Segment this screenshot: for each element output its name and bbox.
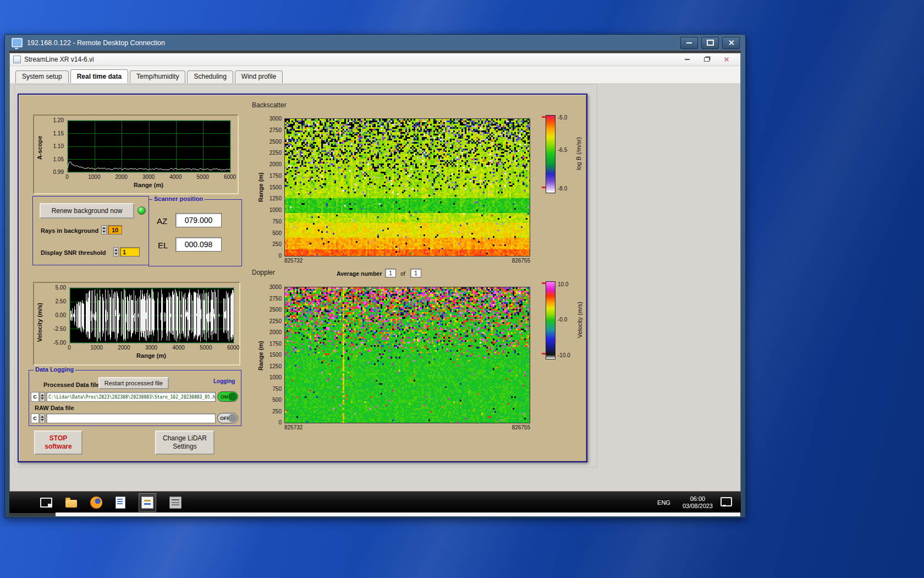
of-label: of (400, 270, 405, 277)
a-scope-y-ticks: 1.201.151.101.050.99 (46, 120, 65, 172)
tab-temp-humidity[interactable]: Temp/humidity (130, 70, 185, 83)
backscatter-y-ticks: 3000275025002250200017501500125010007505… (264, 118, 283, 255)
background-controls-box: Renew background now Rays in background … (32, 196, 149, 265)
task-view-icon[interactable] (40, 498, 52, 508)
rdp-window: 192.168.0.122 - Remote Desktop Connectio… (4, 34, 746, 518)
close-icon (728, 40, 734, 46)
labview-taskbar-icon[interactable] (139, 493, 156, 512)
logging-label: Logging (212, 378, 237, 384)
colorbar-marker (542, 116, 546, 118)
processed-path-drive-button[interactable]: C (31, 392, 39, 402)
velocity-y-ticks: 5.002.500.00-2.50-5.00 (47, 287, 67, 342)
rdp-titlebar[interactable]: 192.168.0.122 - Remote Desktop Connectio… (9, 35, 741, 51)
data-logging-box: Data Logging Processed Data file Restart… (29, 370, 241, 426)
tab-wind-profile[interactable]: Wind profile (235, 70, 283, 83)
taskbar-date: 03/08/2023 (683, 503, 713, 510)
processed-path-stepper[interactable] (40, 392, 45, 402)
processed-logging-state: ON (221, 394, 228, 400)
backscatter-y-axis-label: Range (m) (257, 168, 264, 206)
az-value: 079.000 (175, 213, 222, 227)
tab-bar: System setup Real time data Temp/humidit… (10, 66, 740, 84)
toggle-knob (228, 414, 237, 422)
scan-scheduler-icon[interactable] (169, 497, 182, 509)
raw-path-drive-button[interactable]: C (31, 413, 39, 423)
velocity-plot-area (69, 287, 234, 343)
snr-threshold-value[interactable]: 1 (120, 247, 140, 257)
app-titlebar[interactable]: StreamLine XR v14-6.vi (10, 53, 740, 66)
backscatter-title: Backscatter (252, 101, 287, 109)
app-minimize-button[interactable] (682, 56, 692, 63)
a-scope-plot-area (67, 120, 231, 173)
processed-data-file-label: Processed Data file (43, 381, 100, 388)
a-scope-x-ticks: 0100020003000400050006000 (67, 174, 230, 181)
stop-software-button[interactable]: STOP software (34, 430, 82, 455)
rdp-minimize-button[interactable] (680, 37, 698, 49)
tab-scheduling[interactable]: Scheduling (187, 70, 233, 83)
raw-path-stepper[interactable] (40, 413, 45, 423)
toggle-knob (228, 392, 237, 401)
labview-app-icon (13, 56, 21, 63)
el-label: EL (158, 241, 168, 250)
rays-in-background-label: Rays in background (41, 227, 98, 234)
taskbar-time: 06:00 (683, 495, 713, 503)
tab-system-setup[interactable]: System setup (15, 70, 69, 83)
average-number-value[interactable]: 1 (385, 269, 396, 277)
close-icon (724, 57, 729, 62)
front-panel: A-scope 1.201.151.101.050.99 01000200030… (18, 94, 587, 462)
average-number-label: Average number (337, 270, 382, 277)
raw-logging-toggle[interactable]: OFF (217, 413, 238, 423)
doppler-colorbar-gradient (546, 281, 556, 359)
doppler-colorbar-ticks: 10.0-0.0-10.0 (558, 281, 579, 358)
rdp-maximize-button[interactable] (701, 37, 719, 49)
tab-real-time-data[interactable]: Real time data (70, 69, 128, 83)
app-restore-button[interactable] (702, 56, 712, 63)
change-lidar-settings-button[interactable]: Change LiDAR Settings (155, 430, 215, 455)
restart-processed-file-button[interactable]: Restart processed file (98, 377, 169, 389)
tab-page-real-time-data: A-scope 1.201.151.101.050.99 01000200030… (10, 83, 740, 491)
maximize-icon (707, 40, 714, 46)
velocity-scope-graph: Velocity (m/s) 5.002.500.00-2.50-5.00 01… (33, 282, 240, 366)
file-explorer-icon[interactable] (65, 498, 77, 508)
renew-background-button[interactable]: Renew background now (40, 203, 134, 219)
snr-threshold-label: Display SNR threshold (41, 249, 106, 256)
doppler-y-axis-label: Range (m) (257, 336, 264, 375)
language-indicator[interactable]: ENG (653, 496, 675, 509)
data-logging-title: Data Logging (34, 366, 75, 373)
app-close-button[interactable] (722, 56, 732, 63)
velocity-y-axis-label: Velocity (m/s) (36, 295, 43, 350)
firefox-icon[interactable] (90, 497, 102, 509)
stop-button-line1: STOP (50, 434, 67, 443)
backscatter-colorbar-label: log B (/m/sr) (575, 118, 582, 189)
rays-in-background-stepper[interactable] (101, 225, 107, 235)
backscatter-graph: Range (m) 300027502500225020001750150012… (257, 110, 532, 276)
streamline-app-window: StreamLine XR v14-6.vi System setup Real… (9, 53, 741, 492)
notepad-icon[interactable] (116, 497, 125, 509)
backscatter-plot-area (284, 118, 530, 257)
taskbar-clock[interactable]: 06:00 03/08/2023 (683, 495, 713, 510)
processed-path-field[interactable]: C:\Lidar\Data\Proc\2023\202308\20230803\… (46, 392, 216, 402)
velocity-x-ticks: 0100020003000400050006000 (69, 345, 233, 351)
az-label: AZ (157, 216, 167, 226)
remote-desktop-icon (12, 38, 23, 47)
doppler-title: Doppler (252, 269, 275, 276)
notification-chat-icon[interactable] (721, 499, 732, 506)
backscatter-colorbar: -5.0-6.5-8.0 log B (/m/sr) (544, 111, 587, 199)
bottom-white-strip (56, 512, 740, 516)
colorbar-marker (542, 187, 546, 188)
processed-logging-toggle[interactable]: ON (217, 391, 238, 402)
raw-data-file-label: RAW Data file (35, 405, 74, 411)
doppler-graph: Range (m) 300027502500225020001750150012… (257, 279, 532, 444)
minimize-icon (686, 42, 692, 43)
doppler-colorbar: 10.0-0.0-10.0 Velocity (m/s) (544, 277, 587, 366)
restore-icon (704, 57, 710, 62)
stop-button-line2: software (45, 443, 72, 451)
backscatter-colorbar-gradient (546, 115, 556, 193)
snr-threshold-stepper[interactable] (113, 247, 119, 257)
rays-in-background-value[interactable]: 10 (108, 225, 122, 235)
average-total-value[interactable]: 1 (410, 269, 421, 277)
doppler-x-ticks: 825732826755 (284, 424, 530, 431)
rdp-close-button[interactable] (722, 37, 740, 49)
raw-path-field[interactable] (46, 413, 216, 423)
el-value: 000.098 (175, 237, 222, 252)
velocity-x-axis-label: Range (m) (69, 352, 233, 359)
